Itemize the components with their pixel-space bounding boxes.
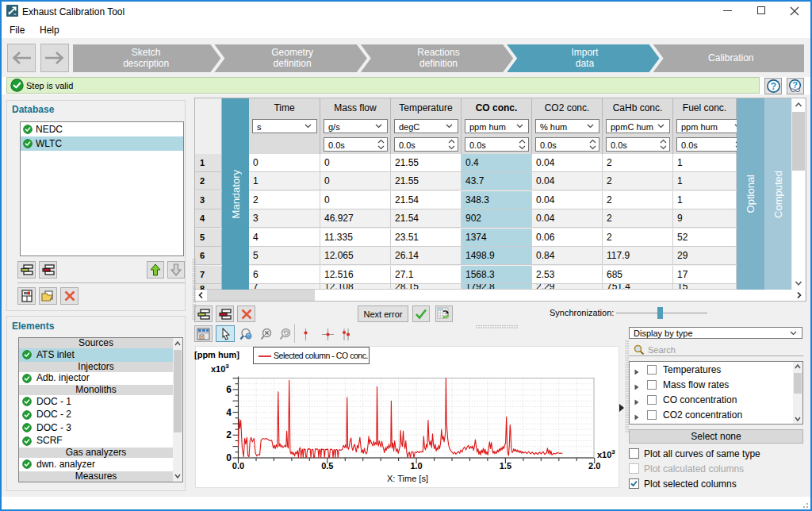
svg-text:?: ? xyxy=(770,81,776,92)
